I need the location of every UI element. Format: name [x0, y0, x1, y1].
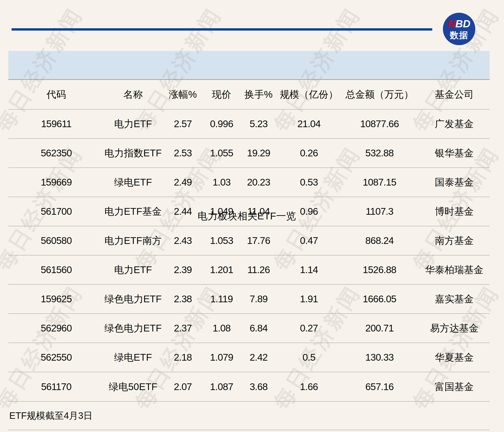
table-cell: 易方达基金 — [419, 314, 490, 343]
table-cell: 868.24 — [340, 226, 419, 255]
table-row: 159625绿色电力ETF2.381.1197.891.911666.05嘉实基… — [8, 284, 490, 314]
table-body: 159611电力ETF2.570.9965.2321.0410877.66广发基… — [8, 109, 490, 401]
column-header: 总金额（万元） — [340, 80, 419, 109]
table-cell: 2.18 — [162, 343, 204, 372]
table-cell: 159611 — [8, 109, 104, 139]
table-cell: 嘉实基金 — [419, 284, 490, 314]
table-cell: 130.33 — [340, 343, 419, 372]
table-cell: 电力指数ETF — [104, 139, 162, 168]
table-cell: 200.71 — [340, 314, 419, 343]
table-cell: 10877.66 — [340, 109, 419, 139]
table-cell: 1526.88 — [340, 255, 419, 284]
table-cell: 1087.15 — [340, 168, 419, 197]
table-cell: 5.23 — [240, 109, 278, 139]
table-cell: 电力ETF南方 — [104, 226, 162, 255]
table-cell: 2.53 — [162, 139, 204, 168]
table-cell: 绿电50ETF — [104, 372, 162, 401]
footnote: ETF规模截至4月3日 — [8, 409, 93, 422]
table-cell: 电力ETF — [104, 109, 162, 139]
table-cell: 1.055 — [204, 139, 240, 168]
table-cell: 562960 — [8, 314, 104, 343]
table-cell: 0.53 — [278, 168, 340, 197]
table-cell: 562550 — [8, 343, 104, 372]
table-cell: 华夏基金 — [419, 343, 490, 372]
table-cell: 绿色电力ETF — [104, 284, 162, 314]
table-cell: 561560 — [8, 255, 104, 284]
infographic-page: NBD 数据 电力板块相关ETF一览 代码名称涨幅%现价换手%规模（亿份）总金额… — [0, 0, 504, 432]
table-cell: 1.119 — [204, 284, 240, 314]
table-cell: 0.47 — [278, 226, 340, 255]
table-cell: 560580 — [8, 226, 104, 255]
table-cell: 0.96 — [278, 197, 340, 226]
table-cell: 电力ETF — [104, 255, 162, 284]
table-cell: 2.38 — [162, 284, 204, 314]
table-cell: 11.04 — [240, 197, 278, 226]
table-cell: 6.84 — [240, 314, 278, 343]
table-cell: 2.07 — [162, 372, 204, 401]
table-cell: 0.26 — [278, 139, 340, 168]
table-cell: 南方基金 — [419, 226, 490, 255]
table-cell: 7.89 — [240, 284, 278, 314]
table-cell: 1.66 — [278, 372, 340, 401]
table-cell: 532.88 — [340, 139, 419, 168]
header-rule — [12, 28, 432, 31]
table-cell: 银华基金 — [419, 139, 490, 168]
table-cell: 1.087 — [204, 372, 240, 401]
table-cell: 0.27 — [278, 314, 340, 343]
table-cell: 562350 — [8, 139, 104, 168]
table-cell: 1.049 — [204, 197, 240, 226]
table-cell: 2.43 — [162, 226, 204, 255]
table-cell: 21.04 — [278, 109, 340, 139]
table-row: 159611电力ETF2.570.9965.2321.0410877.66广发基… — [8, 109, 490, 139]
column-header: 基金公司 — [419, 80, 490, 109]
column-header: 现价 — [204, 80, 240, 109]
table-header-row: 代码名称涨幅%现价换手%规模（亿份）总金额（万元）基金公司 — [8, 80, 490, 109]
table-cell: 17.76 — [240, 226, 278, 255]
table-cell: 0.996 — [204, 109, 240, 139]
logo-letters-bd: BD — [455, 18, 470, 30]
table-cell: 1.201 — [204, 255, 240, 284]
nbd-logo: NBD 数据 — [443, 13, 475, 45]
table-row: 561700电力ETF基金2.441.04911.040.961107.3博时基… — [8, 197, 490, 226]
table-cell: 广发基金 — [419, 109, 490, 139]
table-cell: 1107.3 — [340, 197, 419, 226]
table-cell: 561700 — [8, 197, 104, 226]
footnote-row: ETF规模截至4月3日 — [8, 401, 490, 430]
table-row: 562960绿色电力ETF2.371.086.840.27200.71易方达基金 — [8, 314, 490, 343]
table-cell: 绿电ETF — [104, 168, 162, 197]
etf-table: 代码名称涨幅%现价换手%规模（亿份）总金额（万元）基金公司 159611电力ET… — [8, 80, 490, 401]
table-cell: 0.5 — [278, 343, 340, 372]
table-cell: 11.26 — [240, 255, 278, 284]
table-title-bar — [8, 51, 490, 80]
table-row: 562350电力指数ETF2.531.05519.290.26532.88银华基… — [8, 139, 490, 168]
table-cell: 2.37 — [162, 314, 204, 343]
table-row: 561170绿电50ETF2.071.0873.681.66657.16富国基金 — [8, 372, 490, 401]
table-cell: 1.08 — [204, 314, 240, 343]
logo-wordmark: NBD — [448, 19, 470, 29]
table-cell: 2.42 — [240, 343, 278, 372]
table-row: 159669绿电ETF2.491.0320.230.531087.15国泰基金 — [8, 168, 490, 197]
table-cell: 159625 — [8, 284, 104, 314]
table-cell: 1.14 — [278, 255, 340, 284]
column-header: 名称 — [104, 80, 162, 109]
table-cell: 1666.05 — [340, 284, 419, 314]
table-cell: 1.079 — [204, 343, 240, 372]
table-cell: 绿色电力ETF — [104, 314, 162, 343]
table-row: 560580电力ETF南方2.431.05317.760.47868.24南方基… — [8, 226, 490, 255]
table-cell: 20.23 — [240, 168, 278, 197]
column-header: 换手% — [240, 80, 278, 109]
table-cell: 3.68 — [240, 372, 278, 401]
table-cell: 2.49 — [162, 168, 204, 197]
column-header: 代码 — [8, 80, 104, 109]
table-cell: 华泰柏瑞基金 — [419, 255, 490, 284]
table-row: 561560电力ETF2.391.20111.261.141526.88华泰柏瑞… — [8, 255, 490, 284]
table-cell: 电力ETF基金 — [104, 197, 162, 226]
table-cell: 561170 — [8, 372, 104, 401]
table-cell: 159669 — [8, 168, 104, 197]
table-cell: 657.16 — [340, 372, 419, 401]
table-cell: 19.29 — [240, 139, 278, 168]
table-cell: 1.03 — [204, 168, 240, 197]
table-cell: 博时基金 — [419, 197, 490, 226]
table-cell: 2.39 — [162, 255, 204, 284]
logo-subtitle: 数据 — [450, 31, 468, 40]
